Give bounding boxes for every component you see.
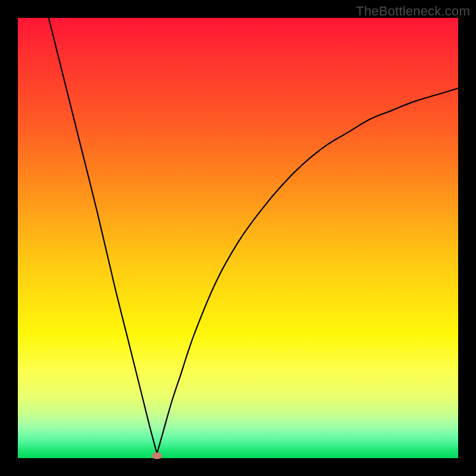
- bottleneck-curve: [18, 18, 458, 458]
- minimum-marker: [152, 453, 162, 459]
- watermark-text: TheBottleneck.com: [356, 4, 470, 19]
- plot-area: [18, 18, 458, 458]
